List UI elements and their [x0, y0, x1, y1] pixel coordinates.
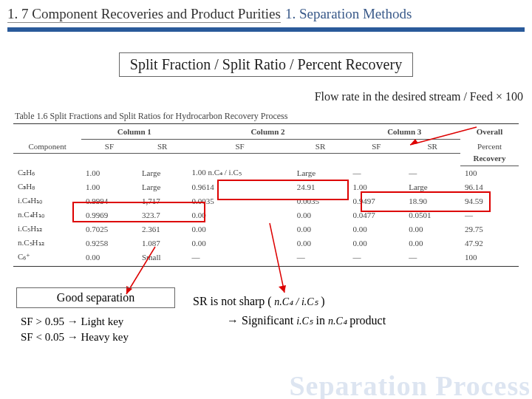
cell: 0.00: [293, 208, 349, 222]
cell: 47.92: [460, 236, 519, 250]
cell: —: [348, 166, 404, 180]
highlight-box-3: [361, 191, 491, 212]
table-wrap: Column 1 Column 2 Column 3 Overall Compo…: [13, 123, 519, 267]
cell: 1.00: [81, 180, 137, 194]
col-group-2: Column 2: [187, 124, 348, 140]
sr-line1b: ): [321, 295, 324, 307]
cell: —: [404, 250, 460, 267]
col-sf1: SF: [81, 140, 137, 154]
cell: 0.9258: [81, 236, 137, 250]
highlight-box-2: [217, 180, 349, 200]
cell: n.C₄H₁₀: [13, 208, 81, 222]
col-group-1: Column 1: [81, 124, 187, 140]
header-rule: [7, 27, 525, 32]
cell: i.C₄H₁₀: [13, 194, 81, 208]
cell: C₃H₈: [13, 180, 81, 194]
good-separation-title: Good separation: [16, 287, 175, 308]
cell: 29.75: [460, 222, 519, 236]
cell: 100: [460, 250, 519, 267]
col-sf3: SF: [348, 140, 404, 154]
sr-line2c: product: [349, 314, 386, 327]
section-title: 1. 7 Component Recoveries and Product Pu…: [7, 6, 281, 23]
subtitle-box: Split Fraction / Split Ratio / Percent R…: [119, 52, 413, 77]
good-line-1: SF > 0.95 → Light key: [21, 314, 175, 330]
col-sr3: SR: [404, 140, 460, 154]
cell: 2.361: [137, 222, 188, 236]
cell: 0.00: [293, 222, 349, 236]
col-component: Component: [13, 140, 81, 154]
col-sf2: SF: [187, 140, 292, 154]
cell: —: [293, 250, 349, 267]
cell: 0.00: [348, 236, 404, 250]
table-row: C₆⁺0.00Small————100: [13, 250, 519, 267]
sr-line2a: → Significant: [227, 314, 296, 327]
col-group-3: Column 3: [348, 124, 460, 140]
table-row: C₂H₆1.00Large1.00 n.C₄ / i.C₅Large——100: [13, 166, 519, 180]
sr-line1a: SR is not sharp (: [193, 295, 272, 307]
cell: —: [187, 250, 292, 267]
chapter-title: 1. Separation Methods: [285, 6, 412, 22]
cell: Large: [137, 166, 188, 180]
table-row: i.C₅H₁₂0.70252.3610.000.000.000.0029.75: [13, 222, 519, 236]
good-line-2: SF < 0.05 → Heavy key: [21, 330, 175, 345]
cell: 1.087: [137, 236, 188, 250]
cell: i.C₅H₁₂: [13, 222, 81, 236]
cell: —: [404, 166, 460, 180]
cell: 0.00: [187, 236, 292, 250]
sr-commentary: SR is not sharp ( n.C₄ / i.C₅ ) → Signif…: [193, 292, 386, 330]
cell: 0.00: [348, 222, 404, 236]
cell: Small: [137, 250, 188, 267]
overall-hdr-b: Percent: [460, 140, 519, 154]
overall-hdr-a: Overall: [460, 124, 519, 140]
overall-hdr-c: Recovery: [460, 154, 519, 166]
cell: 1.00: [81, 166, 137, 180]
cell: C₆⁺: [13, 250, 81, 267]
table-row: n.C₅H₁₂0.92581.0870.000.000.000.0047.92: [13, 236, 519, 250]
formula-text: Flow rate in the desired stream / Feed ×…: [0, 90, 523, 103]
sr-line2b: in: [316, 314, 327, 327]
cell: C₂H₆: [13, 166, 81, 180]
cell: Large: [293, 166, 349, 180]
cell: 100: [460, 166, 519, 180]
watermark: Separation Process: [289, 369, 531, 399]
cell: 0.7025: [81, 222, 137, 236]
cell: Large: [137, 180, 188, 194]
cell: 0.00: [81, 250, 137, 267]
table-caption: Table 1.6 Split Fractions and Split Rati…: [15, 111, 532, 122]
col-sr1: SR: [137, 140, 188, 154]
cell: 0.00: [404, 236, 460, 250]
col-sr2: SR: [293, 140, 349, 154]
good-separation-box: Good separation SF > 0.95 → Light key SF…: [16, 287, 175, 345]
sr-chem1: n.C₄ / i.C₅: [272, 296, 321, 307]
cell: 0.00: [293, 236, 349, 250]
cell: —: [348, 250, 404, 267]
sr-chem3: n.C₄: [328, 316, 349, 327]
sr-chem2: i.C₅: [296, 316, 316, 327]
cell: 0.00: [404, 222, 460, 236]
cell: n.C₅H₁₂: [13, 236, 81, 250]
cell: 1.00 n.C₄ / i.C₅: [187, 166, 292, 180]
cell: 0.00: [187, 222, 292, 236]
highlight-box-1: [72, 202, 205, 222]
